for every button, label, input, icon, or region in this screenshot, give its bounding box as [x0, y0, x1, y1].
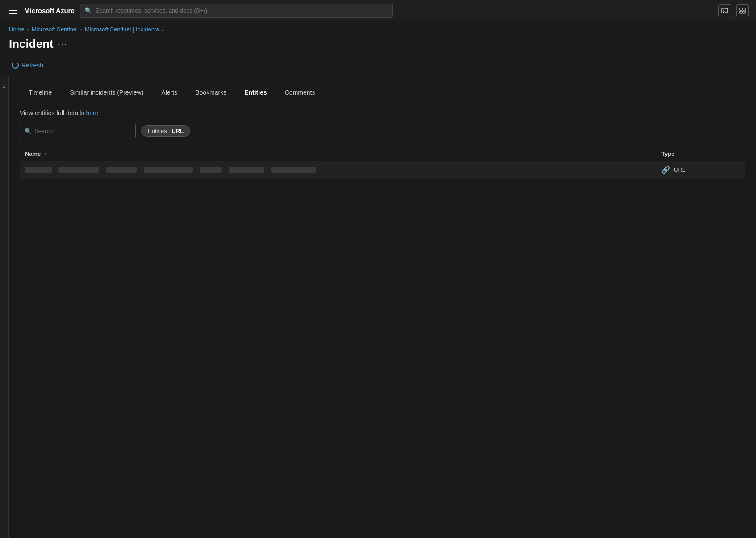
- redacted-segment-3: [106, 167, 137, 173]
- name-sort-icon[interactable]: ↑↓: [44, 152, 48, 156]
- tab-bookmarks[interactable]: Bookmarks: [186, 85, 235, 100]
- breadcrumb-home[interactable]: Home: [9, 26, 25, 33]
- view-entities-link[interactable]: here: [86, 109, 98, 117]
- tab-timeline[interactable]: Timeline: [20, 85, 61, 100]
- col-header-name[interactable]: Name ↑↓: [20, 147, 656, 161]
- hamburger-menu[interactable]: [7, 6, 19, 16]
- refresh-button[interactable]: Refresh: [9, 60, 46, 71]
- global-search-bar[interactable]: 🔍: [80, 4, 393, 18]
- cloud-shell-icon[interactable]: [718, 4, 731, 17]
- sidebar-toggle[interactable]: »: [0, 76, 9, 538]
- svg-rect-3: [743, 8, 745, 10]
- filter-row: 🔍 Entities : URL: [20, 124, 745, 138]
- top-bar-icons: [718, 4, 749, 17]
- tab-entities[interactable]: Entities: [235, 85, 276, 100]
- entity-search-icon: 🔍: [25, 128, 32, 134]
- filter-badge-label: Entities : URL: [148, 128, 184, 134]
- redacted-segment-1: [25, 167, 52, 173]
- redacted-segment-6: [229, 167, 264, 173]
- breadcrumb: Home › Microsoft Sentinel › Microsoft Se…: [0, 21, 756, 34]
- breadcrumb-sentinel[interactable]: Microsoft Sentinel: [32, 26, 78, 33]
- redacted-segment-7: [271, 167, 316, 173]
- table-row: 🔗 URL: [20, 161, 745, 179]
- page-header: Incident ···: [0, 34, 756, 58]
- tab-comments[interactable]: Comments: [276, 85, 324, 100]
- type-sort-icon[interactable]: ↑↓: [678, 152, 682, 156]
- svg-rect-4: [740, 11, 742, 13]
- url-link-icon: 🔗: [661, 166, 670, 174]
- page-title: Incident: [9, 37, 54, 51]
- entity-name-cell: [20, 161, 656, 179]
- settings-icon[interactable]: [736, 4, 749, 17]
- global-search-input[interactable]: [96, 7, 388, 14]
- entity-type-cell: 🔗 URL: [656, 161, 745, 179]
- refresh-label: Refresh: [21, 62, 43, 69]
- top-nav-bar: Microsoft Azure 🔍: [0, 0, 756, 21]
- search-icon: 🔍: [85, 7, 92, 14]
- tab-similar-incidents[interactable]: Similar incidents (Preview): [61, 85, 152, 100]
- table-header-row: Name ↑↓ Type ↑↓: [20, 147, 745, 161]
- svg-rect-2: [740, 8, 742, 10]
- more-options-icon[interactable]: ···: [58, 39, 67, 49]
- svg-rect-5: [743, 11, 745, 13]
- azure-logo: Microsoft Azure: [24, 7, 75, 14]
- breadcrumb-incidents[interactable]: Microsoft Sentinel | Incidents: [85, 26, 159, 33]
- entity-search-wrap[interactable]: 🔍: [20, 124, 136, 138]
- entities-table: Name ↑↓ Type ↑↓: [20, 147, 745, 179]
- breadcrumb-sep-1: ›: [27, 26, 29, 33]
- redacted-segment-5: [200, 167, 222, 173]
- tab-alerts[interactable]: Alerts: [152, 85, 186, 100]
- content-area: Timeline Similar incidents (Preview) Ale…: [9, 76, 756, 538]
- view-entities-row: View entities full details here: [20, 109, 745, 117]
- breadcrumb-sep-2: ›: [80, 26, 82, 33]
- redacted-segment-4: [144, 167, 193, 173]
- entity-filter-badge[interactable]: Entities : URL: [141, 125, 190, 137]
- main-layout: » Timeline Similar incidents (Preview) A…: [0, 76, 756, 538]
- toolbar: Refresh: [0, 58, 756, 76]
- redacted-segment-2: [58, 167, 99, 173]
- col-header-type[interactable]: Type ↑↓: [656, 147, 745, 161]
- tabs: Timeline Similar incidents (Preview) Ale…: [20, 85, 745, 100]
- view-entities-text: View entities full details: [20, 109, 84, 117]
- breadcrumb-sep-3: ›: [162, 26, 163, 33]
- entity-type-label: URL: [674, 167, 685, 173]
- entity-search-input[interactable]: [34, 128, 131, 134]
- refresh-icon: [12, 62, 19, 69]
